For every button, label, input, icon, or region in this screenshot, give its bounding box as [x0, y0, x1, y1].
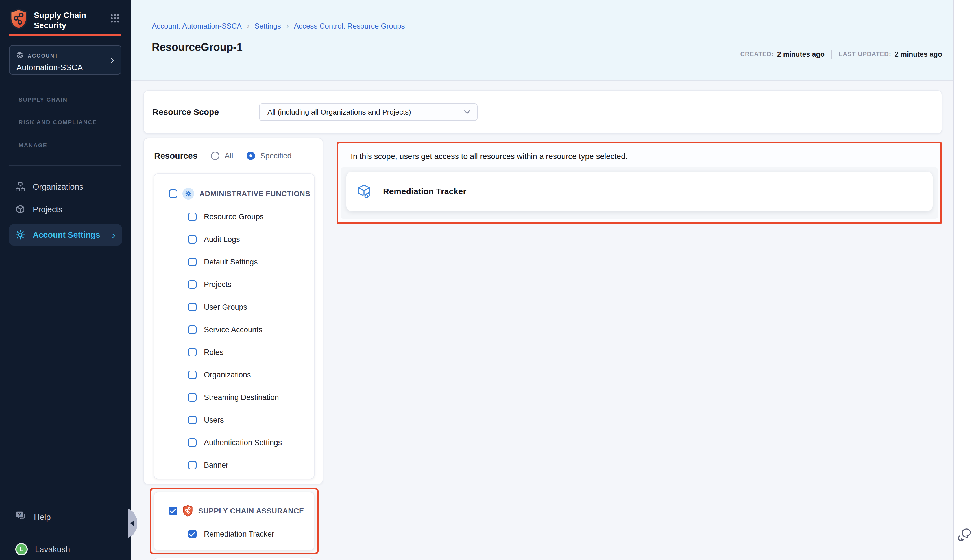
chevron-down-icon: [464, 110, 470, 114]
checkbox-unchecked[interactable]: [188, 235, 197, 243]
sidebar-section-manage[interactable]: MANAGE: [18, 142, 47, 149]
breadcrumb-settings-link[interactable]: Settings: [254, 22, 281, 30]
main-area: Account: Automation-SSCA›Settings›Access…: [131, 0, 953, 560]
next-section-card-partial: [153, 558, 314, 560]
resource-type-row[interactable]: Users: [154, 409, 314, 431]
brand-title: Supply Chain Security: [34, 8, 86, 30]
resource-type-label: Streaming Destination: [204, 393, 279, 402]
resource-type-row[interactable]: Service Accounts: [154, 318, 314, 341]
breadcrumb-access-control-link[interactable]: Access Control: Resource Groups: [294, 22, 405, 30]
resource-type-row[interactable]: Default Settings: [154, 251, 314, 273]
resource-type-row[interactable]: Roles: [154, 341, 314, 363]
selected-resources-panel: Remediation Tracker: [340, 167, 938, 219]
sidebar-item-organizations[interactable]: Organizations: [0, 175, 131, 198]
annotation-box-scope-detail: In this scope, users get access to all r…: [337, 142, 942, 224]
chat-support-icon[interactable]: [958, 528, 973, 544]
checkbox-unchecked[interactable]: [188, 438, 197, 447]
checkbox-unchecked[interactable]: [188, 461, 197, 469]
meta-divider: [831, 50, 832, 59]
resource-type-row[interactable]: Organizations: [154, 363, 314, 386]
gear-icon: [15, 230, 25, 240]
sidebar-section-risk-and-compliance[interactable]: RISK AND COMPLIANCE: [18, 119, 97, 126]
resource-type-label: Authentication Settings: [204, 438, 282, 447]
user-menu[interactable]: L Lavakush: [0, 537, 131, 560]
checkbox-unchecked[interactable]: [188, 371, 197, 379]
created-value: 2 minutes ago: [777, 50, 825, 58]
resource-type-label: Remediation Tracker: [204, 530, 274, 538]
help-chat-icon: ?: [15, 511, 27, 523]
radio-all[interactable]: All: [211, 152, 233, 160]
checkbox-unchecked[interactable]: [188, 325, 197, 334]
brand: Supply Chain Security: [9, 8, 86, 32]
sidebar-item-label: Account Settings: [33, 230, 100, 240]
created-label: CREATED:: [740, 50, 774, 58]
checkbox-checked[interactable]: [169, 507, 177, 515]
checkbox-unchecked[interactable]: [188, 258, 197, 266]
remediation-tracker-tile[interactable]: Remediation Tracker: [346, 172, 933, 211]
account-selector[interactable]: ACCOUNT Automation-SSCA ›: [9, 45, 122, 75]
page-header: Account: Automation-SSCA›Settings›Access…: [131, 0, 953, 81]
resource-type-row[interactable]: Banner: [154, 454, 314, 477]
resource-type-row[interactable]: Audit Logs: [154, 228, 314, 251]
scope-detail-message: In this scope, users get access to all r…: [340, 146, 938, 167]
last-updated-value: 2 minutes ago: [895, 50, 942, 58]
sidebar-item-projects[interactable]: Projects: [0, 198, 131, 221]
admin-functions-title: ADMINISTRATIVE FUNCTIONS: [199, 189, 310, 198]
sidebar: Supply Chain Security AC: [0, 0, 131, 560]
cube-icon: [15, 204, 25, 215]
resource-scope-value: All (including all Organizations and Pro…: [267, 108, 411, 117]
checkbox-unchecked[interactable]: [188, 348, 197, 357]
sidebar-divider: [9, 165, 122, 166]
sidebar-item-account-settings[interactable]: Account Settings ›: [9, 224, 122, 245]
module-grid-icon[interactable]: [110, 13, 120, 25]
checkbox-unchecked[interactable]: [188, 416, 197, 424]
chevron-right-icon: ›: [247, 22, 249, 30]
page-title: ResourceGroup-1: [152, 41, 243, 53]
layers-icon: [16, 51, 24, 61]
resource-type-label: Default Settings: [204, 258, 258, 267]
checkbox-unchecked[interactable]: [169, 189, 177, 198]
resource-scope-select[interactable]: All (including all Organizations and Pro…: [259, 103, 477, 121]
checkbox-unchecked[interactable]: [188, 303, 197, 311]
checkbox-checked[interactable]: [188, 530, 197, 538]
resource-type-row[interactable]: Authentication Settings: [154, 431, 314, 454]
page-body: Resource Scope All (including all Organi…: [131, 81, 953, 560]
resource-type-row[interactable]: Projects: [154, 273, 314, 296]
admin-gear-badge-icon: [182, 188, 194, 200]
scroll-gutter: [953, 0, 976, 560]
checkbox-unchecked[interactable]: [188, 213, 197, 221]
app-root: Supply Chain Security AC: [0, 0, 976, 560]
sca-header-row[interactable]: SUPPLY CHAIN ASSURANCE: [154, 499, 314, 523]
resource-type-label: Organizations: [204, 371, 251, 379]
svg-text:?: ?: [18, 512, 21, 517]
chevron-right-icon: ›: [286, 22, 289, 30]
account-label: ACCOUNT: [28, 53, 59, 59]
sidebar-item-label: Organizations: [33, 182, 83, 192]
radio-specified[interactable]: Specified: [247, 152, 292, 160]
resource-type-label: Service Accounts: [204, 325, 262, 334]
sidebar-section-supply-chain[interactable]: SUPPLY CHAIN: [18, 97, 67, 103]
help-label: Help: [34, 513, 51, 522]
checkbox-unchecked[interactable]: [188, 280, 197, 289]
resource-type-row[interactable]: Resource Groups: [154, 205, 314, 228]
supply-chain-security-logo-icon: [9, 8, 28, 32]
resource-type-label: User Groups: [204, 303, 247, 312]
resource-type-row[interactable]: User Groups: [154, 296, 314, 318]
help-button[interactable]: ? Help: [0, 505, 131, 529]
resource-type-label: Audit Logs: [204, 235, 240, 244]
sca-shield-icon: [182, 505, 193, 517]
radio-icon: [211, 152, 219, 160]
resource-type-row[interactable]: Streaming Destination: [154, 386, 314, 409]
checkbox-unchecked[interactable]: [188, 393, 197, 402]
supply-chain-assurance-card: SUPPLY CHAIN ASSURANCE Remediation Track…: [153, 492, 315, 550]
resources-header: Resources All Specified: [144, 138, 322, 173]
resource-type-label: Users: [204, 416, 224, 425]
admin-functions-header-row[interactable]: ADMINISTRATIVE FUNCTIONS: [154, 182, 314, 205]
sca-title: SUPPLY CHAIN ASSURANCE: [198, 507, 304, 515]
last-updated-label: LAST UPDATED:: [839, 50, 891, 58]
resource-type-row[interactable]: Remediation Tracker: [154, 523, 314, 545]
resource-type-label: Projects: [204, 280, 232, 289]
sidebar-item-label: Projects: [33, 205, 62, 214]
resource-type-label: Resource Groups: [204, 213, 264, 221]
breadcrumb-account-link[interactable]: Account: Automation-SSCA: [152, 22, 242, 30]
